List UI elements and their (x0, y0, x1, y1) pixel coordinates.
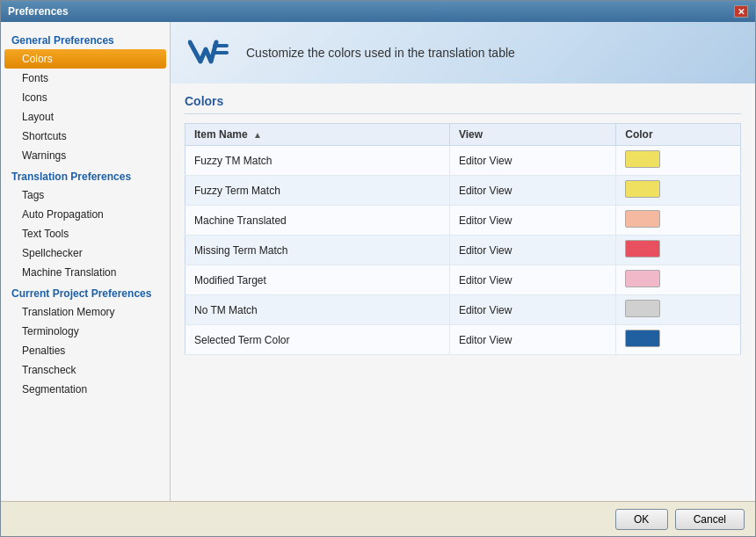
sidebar-item-warnings[interactable]: Warnings (1, 146, 170, 165)
table-row[interactable]: Fuzzy TM MatchEditor View (185, 146, 741, 176)
cell-color[interactable] (616, 295, 741, 325)
close-button[interactable]: ✕ (734, 5, 748, 18)
table-row[interactable]: Modified TargetEditor View (185, 265, 741, 295)
color-swatch[interactable] (625, 300, 660, 317)
dialog-footer: OK Cancel (1, 501, 755, 536)
sidebar-item-transcheck[interactable]: Transcheck (1, 360, 170, 380)
sidebar-item-machine-translation[interactable]: Machine Translation (1, 263, 170, 282)
sidebar-item-tags[interactable]: Tags (1, 185, 170, 205)
cell-view: Editor View (449, 295, 615, 325)
table-row[interactable]: Fuzzy Term MatchEditor View (185, 176, 741, 206)
cell-item-name: Modified Target (185, 265, 450, 295)
cell-item-name: Selected Term Color (185, 325, 450, 355)
cell-view: Editor View (449, 176, 615, 206)
dialog-title: Preferences (8, 5, 69, 18)
cell-item-name: Missing Term Match (185, 236, 450, 265)
content-area: Colors Item Name ▲ View Color F (171, 83, 755, 501)
sidebar-item-layout[interactable]: Layout (1, 107, 170, 127)
colors-table: Item Name ▲ View Color Fuzzy TM MatchEdi… (185, 123, 741, 355)
sidebar-item-segmentation[interactable]: Segmentation (1, 380, 170, 399)
cell-item-name: Fuzzy Term Match (185, 176, 450, 206)
section-title: Colors (185, 94, 741, 114)
sidebar-section-general[interactable]: General Preferences (1, 29, 170, 49)
cell-item-name: Fuzzy TM Match (185, 146, 450, 176)
table-row[interactable]: No TM MatchEditor View (185, 295, 741, 325)
sidebar-item-shortcuts[interactable]: Shortcuts (1, 127, 170, 146)
cell-item-name: Machine Translated (185, 206, 450, 236)
sidebar-item-fonts[interactable]: Fonts (1, 69, 170, 88)
color-swatch[interactable] (625, 210, 660, 228)
col-header-view: View (449, 124, 615, 146)
cell-item-name: No TM Match (185, 295, 450, 325)
main-content: Customize the colors used in the transla… (171, 22, 755, 501)
cell-color[interactable] (616, 146, 741, 176)
cell-view: Editor View (449, 146, 615, 176)
cell-color[interactable] (616, 176, 741, 206)
cell-view: Editor View (449, 236, 615, 265)
table-row[interactable]: Missing Term MatchEditor View (185, 236, 741, 265)
color-swatch[interactable] (625, 150, 660, 168)
header-banner: Customize the colors used in the transla… (171, 22, 755, 83)
sort-arrow-icon: ▲ (253, 130, 262, 140)
cell-color[interactable] (616, 325, 741, 355)
dialog-body: General Preferences Colors Fonts Icons L… (1, 22, 755, 501)
sidebar-item-icons[interactable]: Icons (1, 88, 170, 107)
cell-color[interactable] (616, 206, 741, 236)
color-swatch[interactable] (625, 240, 660, 258)
sidebar-item-colors[interactable]: Colors (4, 49, 166, 69)
ok-button[interactable]: OK (615, 509, 668, 530)
cell-view: Editor View (449, 206, 615, 236)
sidebar: General Preferences Colors Fonts Icons L… (1, 22, 171, 501)
cell-color[interactable] (616, 236, 741, 265)
title-bar: Preferences ✕ (1, 1, 755, 22)
color-swatch[interactable] (625, 270, 660, 287)
color-swatch[interactable] (625, 330, 660, 347)
sidebar-item-penalties[interactable]: Penalties (1, 341, 170, 360)
sidebar-item-text-tools[interactable]: Text Tools (1, 224, 170, 243)
table-row[interactable]: Machine TranslatedEditor View (185, 206, 741, 236)
sidebar-item-auto-propagation[interactable]: Auto Propagation (1, 205, 170, 224)
sidebar-item-spellchecker[interactable]: Spellchecker (1, 243, 170, 263)
col-header-item-name[interactable]: Item Name ▲ (185, 124, 450, 146)
app-logo (188, 37, 232, 69)
table-row[interactable]: Selected Term ColorEditor View (185, 325, 741, 355)
sidebar-section-project[interactable]: Current Project Preferences (1, 282, 170, 302)
col-header-color: Color (616, 124, 741, 146)
header-text: Customize the colors used in the transla… (246, 46, 515, 60)
sidebar-item-translation-memory[interactable]: Translation Memory (1, 302, 170, 322)
cell-view: Editor View (449, 265, 615, 295)
color-swatch[interactable] (625, 180, 660, 198)
cell-color[interactable] (616, 265, 741, 295)
sidebar-item-terminology[interactable]: Terminology (1, 322, 170, 341)
cancel-button[interactable]: Cancel (675, 509, 745, 530)
sidebar-section-translation[interactable]: Translation Preferences (1, 165, 170, 185)
preferences-dialog: Preferences ✕ General Preferences Colors… (0, 0, 756, 537)
cell-view: Editor View (449, 325, 615, 355)
